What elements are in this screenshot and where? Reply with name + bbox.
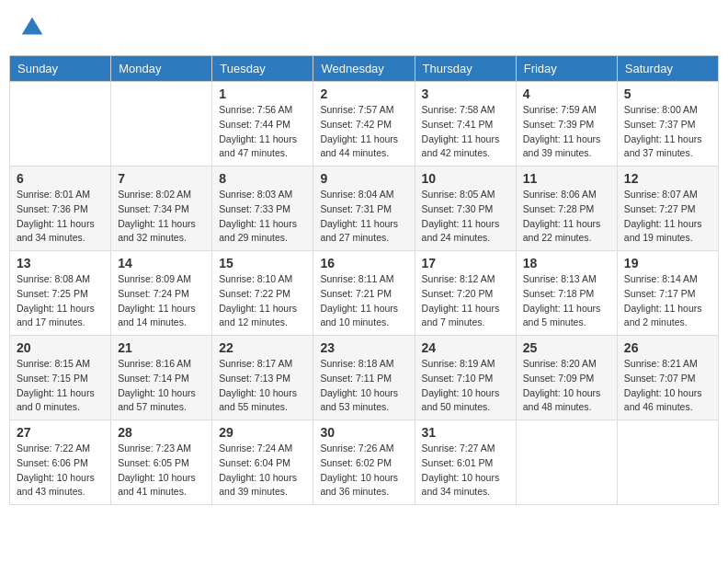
- day-info: Sunrise: 8:05 AMSunset: 7:30 PMDaylight:…: [422, 188, 509, 246]
- calendar-cell: 30Sunrise: 7:26 AMSunset: 6:02 PMDayligh…: [313, 420, 415, 505]
- calendar-cell: 14Sunrise: 8:09 AMSunset: 7:24 PMDayligh…: [111, 251, 212, 336]
- day-info: Sunrise: 8:01 AMSunset: 7:36 PMDaylight:…: [17, 188, 104, 246]
- day-number: 16: [320, 256, 407, 270]
- day-info: Sunrise: 8:15 AMSunset: 7:15 PMDaylight:…: [17, 357, 104, 415]
- calendar-cell: [617, 420, 718, 505]
- day-info: Sunrise: 8:19 AMSunset: 7:10 PMDaylight:…: [422, 357, 509, 415]
- svg-marker-0: [22, 17, 43, 35]
- day-info: Sunrise: 8:09 AMSunset: 7:24 PMDaylight:…: [118, 272, 205, 330]
- day-number: 20: [17, 340, 104, 355]
- weekday-header-sunday: Sunday: [10, 56, 111, 82]
- day-number: 13: [17, 256, 104, 270]
- day-info: Sunrise: 8:17 AMSunset: 7:13 PMDaylight:…: [219, 357, 306, 415]
- calendar-cell: 25Sunrise: 8:20 AMSunset: 7:09 PMDayligh…: [516, 336, 617, 420]
- logo-icon: [18, 14, 46, 41]
- day-info: Sunrise: 8:12 AMSunset: 7:20 PMDaylight:…: [422, 272, 509, 330]
- day-info: Sunrise: 7:22 AMSunset: 6:06 PMDaylight:…: [17, 442, 104, 500]
- day-number: 19: [624, 256, 711, 270]
- day-info: Sunrise: 7:59 AMSunset: 7:39 PMDaylight:…: [523, 103, 610, 161]
- day-info: Sunrise: 8:03 AMSunset: 7:33 PMDaylight:…: [219, 188, 306, 246]
- day-info: Sunrise: 8:20 AMSunset: 7:09 PMDaylight:…: [523, 357, 610, 415]
- day-info: Sunrise: 8:14 AMSunset: 7:17 PMDaylight:…: [624, 272, 711, 330]
- calendar-cell: 1Sunrise: 7:56 AMSunset: 7:44 PMDaylight…: [212, 82, 313, 167]
- calendar-cell: 20Sunrise: 8:15 AMSunset: 7:15 PMDayligh…: [10, 336, 111, 420]
- day-number: 24: [422, 340, 509, 355]
- day-number: 11: [523, 171, 610, 186]
- day-number: 2: [320, 86, 407, 101]
- calendar-cell: 17Sunrise: 8:12 AMSunset: 7:20 PMDayligh…: [415, 251, 516, 336]
- day-info: Sunrise: 8:04 AMSunset: 7:31 PMDaylight:…: [320, 188, 407, 246]
- day-info: Sunrise: 8:00 AMSunset: 7:37 PMDaylight:…: [624, 103, 711, 161]
- day-info: Sunrise: 8:18 AMSunset: 7:11 PMDaylight:…: [320, 357, 407, 415]
- day-number: 12: [624, 171, 711, 186]
- weekday-header-saturday: Saturday: [617, 56, 718, 82]
- calendar-cell: 28Sunrise: 7:23 AMSunset: 6:05 PMDayligh…: [111, 420, 212, 505]
- calendar-week-row: 1Sunrise: 7:56 AMSunset: 7:44 PMDaylight…: [10, 82, 719, 167]
- calendar-cell: 13Sunrise: 8:08 AMSunset: 7:25 PMDayligh…: [10, 251, 111, 336]
- day-number: 26: [624, 340, 711, 355]
- day-number: 21: [118, 340, 205, 355]
- day-number: 18: [523, 256, 610, 270]
- day-number: 7: [118, 171, 205, 186]
- weekday-header-monday: Monday: [111, 56, 212, 82]
- calendar-cell: 27Sunrise: 7:22 AMSunset: 6:06 PMDayligh…: [10, 420, 111, 505]
- day-number: 27: [17, 425, 104, 440]
- day-info: Sunrise: 8:13 AMSunset: 7:18 PMDaylight:…: [523, 272, 610, 330]
- day-info: Sunrise: 8:08 AMSunset: 7:25 PMDaylight:…: [17, 272, 104, 330]
- weekday-header-thursday: Thursday: [415, 56, 516, 82]
- calendar-cell: 22Sunrise: 8:17 AMSunset: 7:13 PMDayligh…: [212, 336, 313, 420]
- calendar-cell: [111, 82, 212, 167]
- calendar-cell: 24Sunrise: 8:19 AMSunset: 7:10 PMDayligh…: [415, 336, 516, 420]
- day-number: 1: [219, 86, 306, 101]
- calendar-cell: 29Sunrise: 7:24 AMSunset: 6:04 PMDayligh…: [212, 420, 313, 505]
- day-info: Sunrise: 8:06 AMSunset: 7:28 PMDaylight:…: [523, 188, 610, 246]
- calendar-body: 1Sunrise: 7:56 AMSunset: 7:44 PMDaylight…: [10, 82, 719, 505]
- day-info: Sunrise: 7:56 AMSunset: 7:44 PMDaylight:…: [219, 103, 306, 161]
- calendar-cell: 4Sunrise: 7:59 AMSunset: 7:39 PMDaylight…: [516, 82, 617, 167]
- day-number: 31: [422, 425, 509, 440]
- weekday-header-tuesday: Tuesday: [212, 56, 313, 82]
- day-info: Sunrise: 7:24 AMSunset: 6:04 PMDaylight:…: [219, 442, 306, 500]
- day-number: 10: [422, 171, 509, 186]
- calendar-cell: 12Sunrise: 8:07 AMSunset: 7:27 PMDayligh…: [617, 167, 718, 251]
- day-number: 4: [523, 86, 610, 101]
- page-header: [9, 9, 719, 46]
- weekday-header-friday: Friday: [516, 56, 617, 82]
- calendar-cell: 3Sunrise: 7:58 AMSunset: 7:41 PMDaylight…: [415, 82, 516, 167]
- calendar-cell: 18Sunrise: 8:13 AMSunset: 7:18 PMDayligh…: [516, 251, 617, 336]
- calendar-cell: 9Sunrise: 8:04 AMSunset: 7:31 PMDaylight…: [313, 167, 415, 251]
- calendar-cell: [516, 420, 617, 505]
- calendar-week-row: 13Sunrise: 8:08 AMSunset: 7:25 PMDayligh…: [10, 251, 719, 336]
- calendar-week-row: 27Sunrise: 7:22 AMSunset: 6:06 PMDayligh…: [10, 420, 719, 505]
- day-number: 15: [219, 256, 306, 270]
- calendar-cell: 5Sunrise: 8:00 AMSunset: 7:37 PMDaylight…: [617, 82, 718, 167]
- day-info: Sunrise: 7:26 AMSunset: 6:02 PMDaylight:…: [320, 442, 407, 500]
- calendar-table: SundayMondayTuesdayWednesdayThursdayFrid…: [9, 55, 719, 505]
- calendar-cell: 31Sunrise: 7:27 AMSunset: 6:01 PMDayligh…: [415, 420, 516, 505]
- calendar-week-row: 6Sunrise: 8:01 AMSunset: 7:36 PMDaylight…: [10, 167, 719, 251]
- day-info: Sunrise: 7:58 AMSunset: 7:41 PMDaylight:…: [422, 103, 509, 161]
- day-number: 5: [624, 86, 711, 101]
- day-info: Sunrise: 7:23 AMSunset: 6:05 PMDaylight:…: [118, 442, 205, 500]
- day-number: 22: [219, 340, 306, 355]
- calendar-cell: 2Sunrise: 7:57 AMSunset: 7:42 PMDaylight…: [313, 82, 415, 167]
- calendar-cell: 23Sunrise: 8:18 AMSunset: 7:11 PMDayligh…: [313, 336, 415, 420]
- weekday-header-wednesday: Wednesday: [313, 56, 415, 82]
- day-number: 17: [422, 256, 509, 270]
- calendar-cell: 8Sunrise: 8:03 AMSunset: 7:33 PMDaylight…: [212, 167, 313, 251]
- calendar-week-row: 20Sunrise: 8:15 AMSunset: 7:15 PMDayligh…: [10, 336, 719, 420]
- day-info: Sunrise: 8:02 AMSunset: 7:34 PMDaylight:…: [118, 188, 205, 246]
- day-info: Sunrise: 8:07 AMSunset: 7:27 PMDaylight:…: [624, 188, 711, 246]
- calendar-cell: 15Sunrise: 8:10 AMSunset: 7:22 PMDayligh…: [212, 251, 313, 336]
- day-info: Sunrise: 7:27 AMSunset: 6:01 PMDaylight:…: [422, 442, 509, 500]
- day-number: 14: [118, 256, 205, 270]
- calendar-cell: [10, 82, 111, 167]
- day-number: 23: [320, 340, 407, 355]
- calendar-cell: 6Sunrise: 8:01 AMSunset: 7:36 PMDaylight…: [10, 167, 111, 251]
- calendar-cell: 11Sunrise: 8:06 AMSunset: 7:28 PMDayligh…: [516, 167, 617, 251]
- day-info: Sunrise: 8:11 AMSunset: 7:21 PMDaylight:…: [320, 272, 407, 330]
- day-number: 29: [219, 425, 306, 440]
- day-number: 28: [118, 425, 205, 440]
- day-number: 6: [17, 171, 104, 186]
- day-info: Sunrise: 8:10 AMSunset: 7:22 PMDaylight:…: [219, 272, 306, 330]
